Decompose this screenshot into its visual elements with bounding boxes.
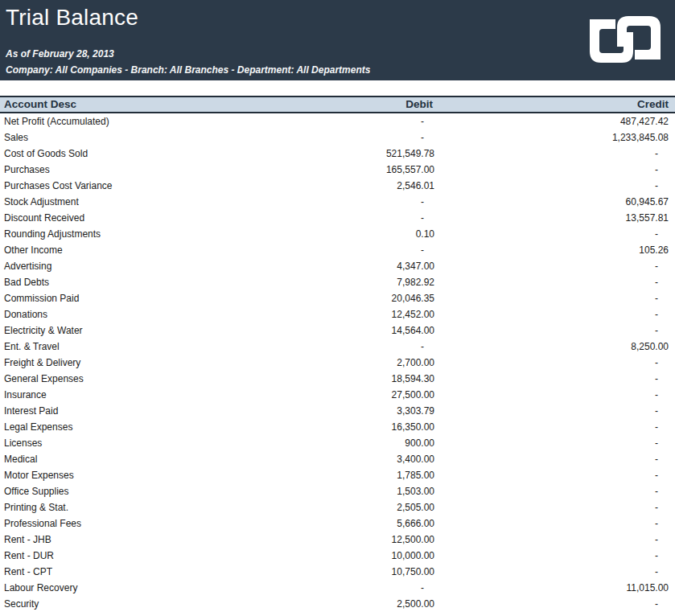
credit-cell: - xyxy=(434,596,675,612)
table-row: Security 2,500.00 - xyxy=(0,596,675,612)
account-desc-cell: Donations xyxy=(0,306,241,322)
report-header: Trial Balance As of February 28, 2013 Co… xyxy=(0,0,675,80)
credit-cell: - xyxy=(434,548,675,564)
debit-cell: 7,982.92 xyxy=(241,274,434,290)
account-desc-cell: Advertising xyxy=(0,258,241,274)
debit-cell: 27,500.00 xyxy=(241,387,434,403)
credit-cell: - xyxy=(434,515,675,532)
account-desc-cell: Legal Expenses xyxy=(0,419,241,435)
debit-cell: 10,000.00 xyxy=(241,548,434,564)
credit-cell: - xyxy=(434,258,675,274)
debit-cell: 20,046.35 xyxy=(241,290,434,306)
table-row: Cost of Goods Sold 521,549.78 - xyxy=(0,146,675,162)
interlocking-rings-logo-icon xyxy=(583,11,667,68)
debit-cell: 12,452.00 xyxy=(241,306,434,322)
debit-cell: 3,400.00 xyxy=(241,451,434,467)
account-desc-cell: Net Profit (Accumulated) xyxy=(0,113,241,129)
debit-cell: 5,666.00 xyxy=(241,515,434,532)
debit-cell: 2,505.00 xyxy=(241,499,434,515)
account-desc-cell: Sales xyxy=(0,129,241,146)
table-row: Purchases 165,557.00 - xyxy=(0,162,675,178)
credit-cell: - xyxy=(434,419,675,435)
credit-cell: - xyxy=(434,435,675,451)
account-desc-cell: Security xyxy=(0,596,241,612)
credit-cell: - xyxy=(434,564,675,580)
table-row: Labour Recovery - 11,015.00 xyxy=(0,580,675,596)
table-row: Sales - 1,233,845.08 xyxy=(0,129,675,146)
credit-cell: - xyxy=(434,355,675,371)
account-desc-cell: Rent - CPT xyxy=(0,564,241,580)
debit-cell: 14,564.00 xyxy=(241,322,434,339)
debit-cell: 1,503.00 xyxy=(241,483,434,499)
table-row: General Expenses 18,594.30 - xyxy=(0,371,675,387)
credit-cell: - xyxy=(434,274,675,290)
account-desc-cell: Medical xyxy=(0,451,241,467)
table-row: Interest Paid 3,303.79 - xyxy=(0,403,675,419)
table-row: Purchases Cost Variance 2,546.01 - xyxy=(0,178,675,194)
account-desc-cell: Printing & Stat. xyxy=(0,499,241,515)
debit-cell: 2,700.00 xyxy=(241,355,434,371)
table-row: Insurance 27,500.00 - xyxy=(0,387,675,403)
debit-cell: - xyxy=(241,113,434,129)
account-desc-cell: Labour Recovery xyxy=(0,580,241,596)
credit-cell: - xyxy=(434,226,675,242)
table-row: Ent. & Travel - 8,250.00 xyxy=(0,339,675,355)
table-row: Rent - CPT 10,750.00 - xyxy=(0,564,675,580)
account-desc-cell: Freight & Delivery xyxy=(0,355,241,371)
table-row: Rent - JHB 12,500.00 - xyxy=(0,532,675,548)
table-row: Legal Expenses 16,350.00 - xyxy=(0,419,675,435)
table-row: Freight & Delivery 2,700.00 - xyxy=(0,355,675,371)
account-desc-cell: Professional Fees xyxy=(0,515,241,532)
column-header-debit: Debit xyxy=(241,97,434,113)
credit-cell: 8,250.00 xyxy=(434,339,675,355)
debit-cell: - xyxy=(241,129,434,146)
report-as-of-date: As of February 28, 2013 xyxy=(6,48,114,60)
credit-cell: - xyxy=(434,403,675,419)
credit-cell: - xyxy=(434,451,675,467)
table-row: Other Income - 105.26 xyxy=(0,242,675,258)
credit-cell: 1,233,845.08 xyxy=(434,129,675,146)
page-title: Trial Balance xyxy=(6,5,138,31)
credit-cell: 11,015.00 xyxy=(434,580,675,596)
table-row: Motor Expenses 1,785.00 - xyxy=(0,467,675,483)
credit-cell: - xyxy=(434,612,675,616)
table-body: Net Profit (Accumulated) - 487,427.42 Sa… xyxy=(0,113,675,616)
account-desc-cell: Motor Expenses xyxy=(0,467,241,483)
table-row: Licenses 900.00 - xyxy=(0,435,675,451)
account-desc-cell: Interest Paid xyxy=(0,403,241,419)
debit-cell: 4,347.00 xyxy=(241,258,434,274)
credit-cell: - xyxy=(434,467,675,483)
credit-cell: 60,945.67 xyxy=(434,194,675,210)
table-row: Rounding Adjustments 0.10 - xyxy=(0,226,675,242)
table-row: Discount Received - 13,557.81 xyxy=(0,210,675,226)
table-row: Stock Adjustment - 60,945.67 xyxy=(0,194,675,210)
credit-cell: - xyxy=(434,146,675,162)
report-filter-summary: Company: All Companies - Branch: All Bra… xyxy=(6,64,370,76)
table-row: Printing & Stat. 2,505.00 - xyxy=(0,499,675,515)
credit-cell: 105.26 xyxy=(434,242,675,258)
debit-cell: 3,303.79 xyxy=(241,403,434,419)
trial-balance-table: Account Desc Debit Credit Net Profit (Ac… xyxy=(0,96,675,616)
account-desc-cell: Subscriptions xyxy=(0,612,241,616)
debit-cell: 10,750.00 xyxy=(241,564,434,580)
table-row: Donations 12,452.00 - xyxy=(0,306,675,322)
debit-cell: - xyxy=(241,242,434,258)
column-header-account-desc: Account Desc xyxy=(0,97,241,113)
debit-cell: 2,546.01 xyxy=(241,178,434,194)
account-desc-cell: Commission Paid xyxy=(0,290,241,306)
debit-cell: - xyxy=(241,339,434,355)
table-row: Office Supplies 1,503.00 - xyxy=(0,483,675,499)
debit-cell: 16,350.00 xyxy=(241,419,434,435)
account-desc-cell: Stock Adjustment xyxy=(0,194,241,210)
account-desc-cell: Purchases Cost Variance xyxy=(0,178,241,194)
account-desc-cell: General Expenses xyxy=(0,371,241,387)
table-row: Advertising 4,347.00 - xyxy=(0,258,675,274)
credit-cell: - xyxy=(434,322,675,339)
credit-cell: - xyxy=(434,162,675,178)
account-desc-cell: Rounding Adjustments xyxy=(0,226,241,242)
account-desc-cell: Licenses xyxy=(0,435,241,451)
debit-cell: 521,549.78 xyxy=(241,146,434,162)
account-desc-cell: Rent - DUR xyxy=(0,548,241,564)
account-desc-cell: Other Income xyxy=(0,242,241,258)
account-desc-cell: Discount Received xyxy=(0,210,241,226)
